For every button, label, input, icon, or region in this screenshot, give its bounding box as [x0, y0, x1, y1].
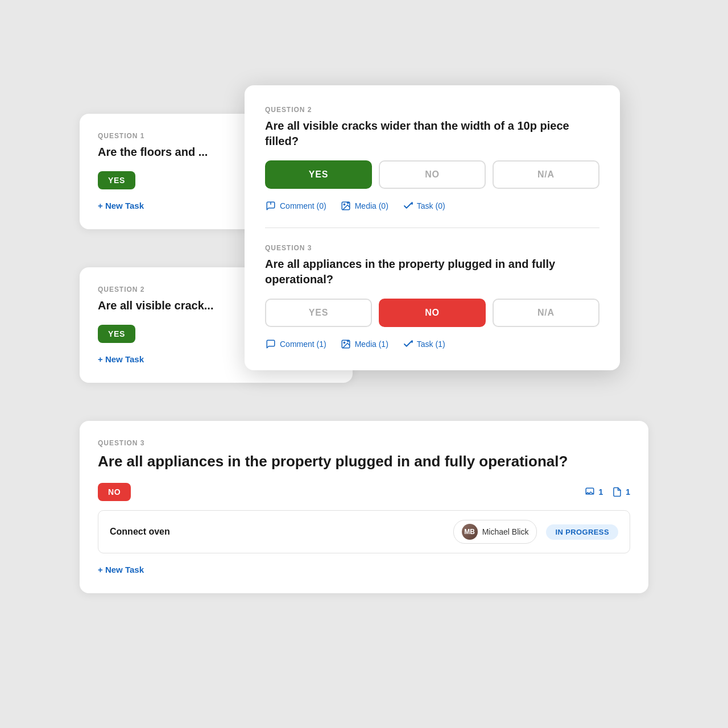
task-icon-q3: [402, 338, 413, 350]
q3-new-task[interactable]: + New Task: [98, 565, 144, 574]
svg-point-9: [344, 342, 345, 343]
modal-q2-label: QUESTION 2: [265, 106, 599, 114]
q3-media-count: 1: [612, 487, 630, 497]
modal-q3-text: Are all appliances in the property plugg…: [265, 257, 599, 287]
modal-q2-text: Are all visible cracks wider than the wi…: [265, 118, 599, 149]
modal-q3-no-btn[interactable]: NO: [379, 299, 486, 327]
modal-q2-yes-btn[interactable]: YES: [265, 160, 372, 189]
modal-q3-actions: Comment (1) Media (1) Task (1): [265, 338, 599, 350]
modal-q2-na-btn[interactable]: N/A: [493, 160, 599, 189]
svg-point-3: [344, 204, 345, 205]
q1-answer-badge: YES: [98, 171, 135, 189]
modal-q2-answers: YES NO N/A: [265, 160, 599, 189]
modal-card: QUESTION 2 Are all visible cracks wider …: [245, 85, 620, 370]
modal-q2-section: QUESTION 2 Are all visible cracks wider …: [265, 106, 599, 212]
modal-q3-yes-btn[interactable]: YES: [265, 299, 372, 327]
q3-comment-count: 1: [585, 487, 603, 497]
assignee-chip: MB Michael Blick: [453, 520, 537, 544]
modal-q2-media-action[interactable]: Media (0): [340, 200, 388, 212]
status-badge: IN PROGRESS: [546, 524, 618, 540]
media-icon: [340, 200, 351, 212]
modal-q2-comment-label: Comment (0): [280, 201, 326, 210]
modal-q3-comment-label: Comment (1): [280, 340, 326, 349]
modal-q3-section: QUESTION 3 Are all appliances in the pro…: [265, 244, 599, 350]
modal-q3-media-action[interactable]: Media (1): [340, 338, 388, 350]
modal-q3-label: QUESTION 3: [265, 244, 599, 252]
task-icon: [402, 200, 413, 212]
modal-q2-media-label: Media (0): [355, 201, 388, 210]
q2-bg-answer-badge: YES: [98, 325, 135, 343]
q3-answer-badge: NO: [98, 483, 131, 501]
q3-label: QUESTION 3: [98, 439, 630, 447]
task-row[interactable]: Connect oven MB Michael Blick IN PROGRES…: [98, 510, 630, 553]
modal-q2-task-action[interactable]: Task (0): [402, 200, 445, 212]
q1-new-task[interactable]: + New Task: [98, 201, 144, 210]
modal-q3-answers: YES NO N/A: [265, 299, 599, 327]
modal-q3-comment-action[interactable]: Comment (1): [265, 338, 326, 350]
modal-q3-task-action[interactable]: Task (1): [402, 338, 445, 350]
modal-q3-task-label: Task (1): [417, 340, 445, 349]
modal-q2-task-label: Task (0): [417, 201, 445, 210]
task-name: Connect oven: [110, 527, 444, 537]
modal-divider: [265, 228, 599, 228]
modal-q2-comment-action[interactable]: Comment (0): [265, 200, 326, 212]
comment-icon-q3: [265, 338, 276, 350]
assignee-name: Michael Blick: [482, 527, 529, 536]
q3-text: Are all appliances in the property plugg…: [98, 452, 630, 471]
assignee-avatar: MB: [462, 524, 478, 540]
modal-q2-actions: Comment (0) Media (0) Task (0): [265, 200, 599, 212]
modal-q2-no-btn[interactable]: NO: [379, 160, 486, 189]
media-icon-q3: [340, 338, 351, 350]
modal-q3-na-btn[interactable]: N/A: [493, 299, 599, 327]
card-question-3: QUESTION 3 Are all appliances in the pro…: [80, 421, 648, 593]
comment-icon: [265, 200, 276, 212]
modal-q3-media-label: Media (1): [355, 340, 388, 349]
q2-bg-new-task[interactable]: + New Task: [98, 354, 144, 364]
